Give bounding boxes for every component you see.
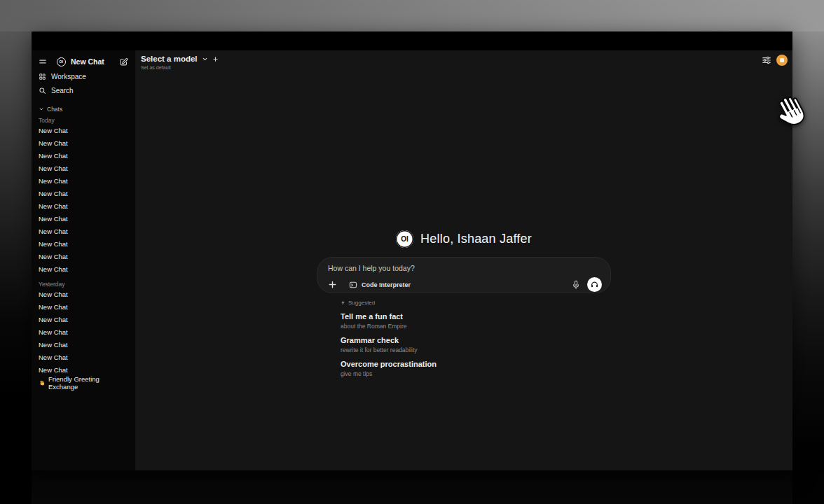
terminal-icon — [349, 281, 357, 289]
sidebar-chat-item[interactable]: New Chat — [37, 301, 130, 314]
prompt-title: Overcome procrastination — [341, 360, 611, 369]
sidebar-chat-item[interactable]: New Chat — [37, 175, 130, 188]
sidebar-chat-item[interactable]: New Chat — [37, 125, 130, 137]
add-model-icon[interactable] — [212, 56, 219, 62]
sidebar: OI New Chat Workspace — [32, 50, 135, 470]
model-selector[interactable]: Select a model Set as default — [141, 55, 219, 70]
sidebar-chat-item[interactable]: New Chat — [37, 188, 130, 200]
suggested-prompt[interactable]: Grammar check rewrite it for better read… — [341, 336, 611, 354]
wave-emoji-icon — [39, 379, 46, 386]
workspace-label: Workspace — [51, 73, 86, 80]
sidebar-chat-item[interactable]: New Chat — [37, 200, 130, 213]
video-frame: OI New Chat Workspace — [0, 0, 824, 504]
new-chat-icon[interactable] — [119, 57, 128, 66]
sidebar-item-search[interactable]: Search — [37, 85, 130, 96]
sidebar-item-workspace[interactable]: Workspace — [37, 71, 130, 82]
grid-icon — [39, 73, 46, 80]
code-interpreter-toggle[interactable]: Code Interpreter — [349, 281, 411, 289]
sidebar-chat-item[interactable]: New Chat — [37, 162, 130, 175]
sidebar-chat-item[interactable]: New Chat — [37, 288, 130, 301]
suggested-header: Suggested — [341, 298, 611, 307]
chevron-down-icon — [39, 106, 44, 112]
chat-list-yesterday: New ChatNew ChatNew ChatNew ChatNew Chat… — [37, 288, 130, 377]
prompt-title: Tell me a fun fact — [341, 312, 611, 321]
sidebar-chat-item[interactable]: New Chat — [37, 225, 130, 238]
attach-plus-icon[interactable] — [328, 280, 337, 289]
prompt-title: Grammar check — [341, 336, 611, 345]
prompt-subtitle: give me tips — [341, 370, 611, 378]
chat-list-today: New ChatNew ChatNew ChatNew ChatNew Chat… — [37, 125, 130, 276]
cursor-pointer-hand — [771, 90, 811, 132]
model-selector-label[interactable]: Select a model — [141, 55, 198, 63]
sidebar-chat-item[interactable]: New Chat — [37, 263, 130, 276]
sidebar-chat-item-named[interactable]: Friendly Greeting Exchange — [37, 377, 130, 389]
voice-call-button[interactable] — [587, 277, 602, 292]
greeting-text: Hello, Ishaan Jaffer — [420, 232, 532, 246]
suggested-prompt[interactable]: Overcome procrastination give me tips — [341, 360, 611, 378]
open-webui-window: OI New Chat Workspace — [32, 31, 792, 470]
chevron-down-icon[interactable] — [202, 56, 208, 62]
prompt-subtitle: about the Roman Empire — [341, 322, 611, 330]
group-label-today: Today — [37, 116, 130, 125]
chat-composer[interactable]: How can I help you today? Code Interpret… — [317, 257, 611, 293]
sidebar-title: New Chat — [71, 57, 119, 66]
main-area: Select a model Set as default OI — [135, 50, 792, 470]
sidebar-chat-item[interactable]: New Chat — [37, 137, 130, 150]
window-top-strip — [32, 31, 792, 50]
set-as-default-link[interactable]: Set as default — [141, 65, 219, 70]
sidebar-chat-item[interactable]: New Chat — [37, 238, 130, 251]
app-logo: OI — [396, 230, 413, 248]
sidebar-chat-item[interactable]: New Chat — [37, 326, 130, 339]
greeting-row: OI Hello, Ishaan Jaffer — [317, 229, 611, 248]
backdrop-top — [0, 0, 824, 31]
suggested-label: Suggested — [348, 300, 375, 306]
search-icon — [39, 87, 46, 94]
bolt-icon — [341, 300, 345, 305]
sidebar-toggle-icon[interactable] — [39, 57, 47, 66]
sidebar-chat-item[interactable]: New Chat — [37, 351, 130, 364]
chat-input[interactable]: How can I help you today? — [328, 264, 602, 272]
group-label-yesterday: Yesterday — [37, 280, 130, 288]
sidebar-chat-item[interactable]: New Chat — [37, 339, 130, 351]
chats-section-label: Chats — [47, 106, 62, 113]
suggested-prompt[interactable]: Tell me a fun fact about the Roman Empir… — [341, 312, 611, 330]
prompt-subtitle: rewrite it for better readability — [341, 346, 611, 354]
sidebar-chat-item[interactable]: New Chat — [37, 251, 130, 263]
microphone-icon[interactable] — [572, 280, 580, 290]
sidebar-chat-item[interactable]: New Chat — [37, 150, 130, 162]
backdrop-left — [0, 31, 32, 504]
user-avatar[interactable] — [776, 55, 788, 66]
named-chat-title: Friendly Greeting Exchange — [48, 375, 130, 391]
suggested-prompts: Tell me a fun fact about the Roman Empir… — [341, 312, 611, 378]
sidebar-chat-item[interactable]: New Chat — [37, 314, 130, 326]
app-logo: OI — [57, 57, 66, 66]
code-interpreter-label: Code Interpreter — [362, 281, 411, 288]
backdrop-bottom — [32, 470, 792, 504]
headphones-icon — [590, 280, 599, 289]
search-label: Search — [51, 87, 74, 94]
chats-section-header[interactable]: Chats — [37, 105, 130, 113]
settings-sliders-icon[interactable] — [762, 55, 771, 65]
sidebar-chat-item[interactable]: New Chat — [37, 213, 130, 225]
